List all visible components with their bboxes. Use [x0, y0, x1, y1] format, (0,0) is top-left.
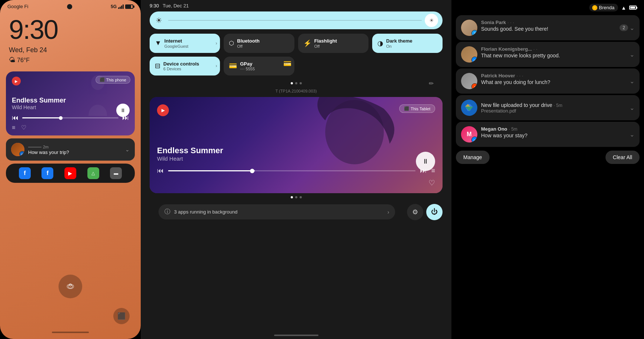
bluetooth-title: Bluetooth — [237, 38, 260, 44]
notif-florian-message: That new movie looks pretty good. — [481, 53, 626, 58]
phone-music-badge-icon: ⬛ — [100, 77, 105, 82]
notif-drive-subtitle: Presentation.pdf — [481, 108, 626, 114]
qs-tile-bluetooth[interactable]: ⬡ Bluetooth Off — [224, 34, 294, 53]
phone-dock-app4[interactable]: △ — [87, 167, 99, 179]
messenger-icon: m — [474, 58, 476, 62]
phone-dock-facebook2[interactable]: f — [41, 167, 53, 179]
dark-theme-label: Dark theme On — [386, 38, 413, 48]
qs-tile-internet[interactable]: ▼ Internet GoogleGuest › — [150, 34, 220, 53]
notif-sonia-count: 2 — [620, 24, 628, 31]
notif-manage-button[interactable]: Manage — [456, 151, 490, 164]
phone-notif-sender-name: ——— — [28, 144, 41, 150]
tablet-music-dots — [141, 196, 451, 198]
notif-sonia-sender-row: Sonia Park · · · — [481, 20, 616, 25]
phone-progress-bar[interactable] — [22, 117, 119, 118]
tablet-progress-bar[interactable] — [168, 170, 416, 171]
notif-item-florian[interactable]: m Florian Koenigsberg... · · That new mo… — [456, 42, 640, 67]
notif-megan-expand[interactable]: ⌄ — [630, 131, 634, 138]
notif-florian-expand[interactable]: ⌄ — [630, 51, 634, 58]
phone-fingerprint-button[interactable] — [59, 275, 82, 298]
tablet-progress-thumb — [250, 169, 254, 173]
phone-notification-card[interactable]: m ——— 2m How was your trip? ⌄ — [6, 138, 135, 161]
qs-edit-icon[interactable]: ✏ — [429, 80, 434, 87]
notif-florian-app-badge: m — [471, 57, 477, 63]
notif-item-patrick[interactable]: r Patrick Hoover · · · What are you doin… — [456, 68, 640, 94]
notif-drive-time: · 5m — [554, 103, 562, 108]
gpay-subtitle: ···· 5555 — [240, 67, 255, 71]
qs-build-info: T (TP1A.2100409.003) — [150, 89, 443, 93]
phone-music-play-button[interactable]: ⏸ — [116, 104, 130, 117]
qs-tile-device-controls[interactable]: ⊟ Device controls 6 Devices › — [150, 57, 220, 76]
phone-dock-youtube[interactable]: ▶ — [64, 167, 76, 179]
notif-sonia-name: Sonia Park — [481, 20, 506, 25]
tablet-settings-button[interactable]: ⚙ — [407, 204, 423, 220]
tablet-home-indicator — [274, 335, 318, 336]
tablet-music-play-button[interactable]: ⏸ — [416, 152, 435, 171]
flashlight-icon: ⚡ — [303, 39, 311, 47]
device-controls-icon: ⊟ — [155, 62, 160, 70]
tablet-music-heart-button[interactable]: ♡ — [428, 178, 435, 187]
tablet-music-card[interactable]: ▶ ⬛ This Tablet Endless Summer Wild Hear… — [150, 97, 443, 193]
quick-settings-tiles: ▼ Internet GoogleGuest › ⬡ Bluetooth Off… — [150, 34, 443, 75]
brightness-track-line — [168, 20, 422, 21]
phone-music-card[interactable]: ▶ ⬛ This phone Endless Summer Wild Heart… — [6, 71, 135, 135]
qs-page-dots — [291, 82, 302, 84]
phone-music-app-icon: ▶ — [12, 77, 21, 85]
quick-settings-container: ☀ ☀ ▼ Internet GoogleGuest › ⬡ — [141, 11, 451, 93]
phone-battery-icon — [125, 4, 133, 9]
notif-florian-name: Florian Koenigsberg... — [481, 46, 532, 52]
qs-tile-dark-theme[interactable]: ◑ Dark theme On — [372, 34, 443, 53]
brightness-icon: ☀ — [156, 16, 162, 25]
notif-status-user: ⚡ Brenda — [589, 4, 618, 11]
phone-home-indicator — [52, 332, 89, 333]
background-apps-row: ⓘ 3 apps running in background › ⚙ ⏻ — [141, 201, 451, 222]
notif-item-megan[interactable]: M m Megan Ono · 5m How was your stay? ⌄ — [456, 122, 640, 147]
phone-signal-bars — [118, 4, 124, 9]
phone-dock-facebook[interactable]: f — [19, 167, 31, 179]
phone-dock-app5[interactable]: ▬ — [110, 167, 122, 179]
phone-carrier-label: Google Fi — [7, 4, 28, 9]
tablet-music-device-badge: ⬛ This Tablet — [399, 104, 435, 113]
signal-bar-1 — [118, 7, 119, 9]
phone-recent-apps-button[interactable]: ⬛ — [113, 308, 130, 324]
notif-megan-avatar: M m — [461, 126, 477, 142]
brightness-thumb-icon: ☀ — [429, 17, 434, 23]
qs-tile-flashlight[interactable]: ⚡ Flashlight Off — [298, 34, 368, 53]
phone-prev-button[interactable]: ⏮ — [12, 114, 19, 122]
tablet-power-button[interactable]: ⏻ — [426, 204, 443, 220]
notif-item-sonia[interactable]: T Sonia Park · · · Sounds good. See you … — [456, 15, 640, 40]
signal-bar-4 — [123, 4, 124, 9]
notif-patrick-expand[interactable]: ⌄ — [630, 78, 634, 85]
notif-drive-title: New file uploaded to your drive · 5m — [481, 102, 626, 108]
notif-status-name-text: Brenda — [599, 5, 614, 10]
tablet-prev-button[interactable]: ⏮ — [157, 167, 164, 175]
gpay-icon: 💳 — [229, 62, 237, 70]
phone-music-actions: ≡ ♡ — [12, 124, 129, 131]
device-controls-chevron-icon: › — [216, 63, 217, 68]
notif-drive-expand[interactable]: ⌄ — [630, 104, 634, 111]
notif-sonia-app-badge: T — [471, 30, 477, 36]
phone-heart-icon[interactable]: ♡ — [21, 124, 26, 131]
qs-tile-gpay[interactable]: 💳 GPay ···· 5555 💳 — [224, 57, 294, 76]
dark-theme-title: Dark theme — [386, 38, 413, 44]
tablet-panel: 9:30 Tue, Dec 21 ☀ ☀ ▼ Internet G — [141, 0, 451, 339]
phone-notif-expand-icon[interactable]: ⌄ — [125, 147, 130, 152]
notif-item-drive[interactable]: New file uploaded to your drive · 5m Pre… — [456, 95, 640, 120]
tablet-music-controls: ⏮ ⏭ ≡ — [157, 167, 435, 175]
power-icon: ⏻ — [431, 208, 438, 216]
brightness-slider[interactable]: ☀ ☀ — [150, 11, 443, 29]
notif-florian-sender-row: Florian Koenigsberg... · · — [481, 46, 626, 52]
notif-sonia-avatar: T — [461, 20, 477, 36]
twitter-icon: T — [474, 32, 476, 35]
notification-list: T Sonia Park · · · Sounds good. See you … — [451, 15, 644, 147]
notif-sonia-expand[interactable]: 2 ⌄ — [620, 24, 634, 31]
notif-megan-name: Megan Ono — [481, 126, 507, 132]
phone-queue-icon[interactable]: ≡ — [12, 124, 15, 131]
notif-clearall-button[interactable]: Clear All — [605, 151, 640, 164]
phone-status-bar: Google Fi 5G — [0, 0, 141, 11]
phone-time: 9:30 — [0, 11, 141, 45]
phone-battery-fill — [126, 5, 131, 8]
background-apps-bar[interactable]: ⓘ 3 apps running in background › — [159, 204, 395, 219]
bluetooth-label: Bluetooth Off — [237, 38, 260, 48]
weather-icon: 🌤 — [9, 56, 16, 64]
